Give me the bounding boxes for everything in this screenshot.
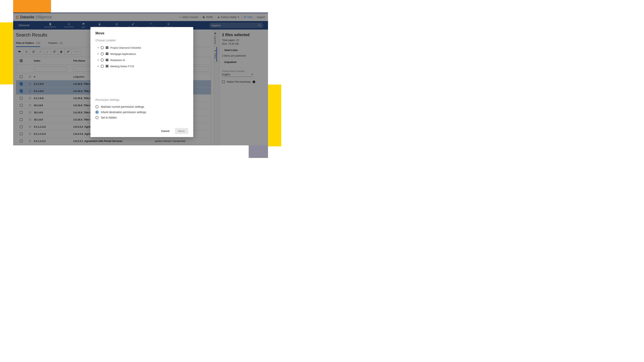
permission-option[interactable]: Inherit destination permission settings: [96, 109, 188, 115]
open-button[interactable]: [30, 49, 37, 55]
print-button[interactable]: [23, 49, 30, 55]
row-checkbox[interactable]: [20, 111, 22, 114]
star-icon[interactable]: [28, 118, 32, 121]
star-icon[interactable]: [28, 82, 32, 85]
permission-option[interactable]: Maintain current permission settings: [96, 104, 188, 109]
vertical-tabs: Columns Filters: [214, 29, 219, 145]
deco-yellow-right: [268, 84, 281, 146]
row-checkbox[interactable]: [20, 75, 22, 78]
move-button[interactable]: Move: [175, 128, 188, 134]
chevron-right-icon[interactable]: [98, 65, 99, 67]
cancel-button[interactable]: Cancel: [158, 128, 173, 134]
row-checkbox[interactable]: [20, 132, 22, 135]
folder-row[interactable]: Project Diamond Checklist: [96, 45, 188, 51]
filter-index-input[interactable]: [34, 66, 67, 71]
svg-marker-15: [28, 118, 31, 121]
folder-row[interactable]: Mortgage Applications: [96, 51, 188, 57]
folder-label: Project Diamond Checklist: [110, 46, 141, 49]
permission-radio[interactable]: [96, 105, 98, 108]
tab-files-folders[interactable]: Files & Folders (28): [16, 40, 40, 47]
admin-console-link[interactable]: Admin Console: [179, 16, 198, 18]
separator: |: [254, 16, 255, 18]
separator: |: [200, 16, 200, 18]
row-index: 3.1.1.1.3.4: [34, 132, 71, 135]
native-download-row[interactable]: Native File Download i: [222, 80, 265, 83]
star-icon[interactable]: [28, 125, 32, 128]
star-icon[interactable]: [28, 96, 32, 100]
star-icon[interactable]: [28, 111, 32, 114]
star-icon[interactable]: [28, 132, 32, 135]
unpublish-button[interactable]: Unpublish: [224, 61, 237, 63]
recycle-icon: [39, 50, 42, 53]
chat-icon: [244, 16, 246, 18]
support-link[interactable]: Support: [257, 16, 265, 18]
folder-row[interactable]: Redaction AI: [96, 57, 188, 63]
nav-trackers[interactable]: TRACKERS: [64, 22, 74, 28]
tab-trackers[interactable]: Trackers (6): [48, 40, 62, 47]
header-index[interactable]: Index: [34, 59, 71, 62]
star-icon[interactable]: [28, 89, 32, 92]
row-index: 3.1.1.1.3.2: [34, 125, 71, 128]
row-checkbox[interactable]: [20, 97, 22, 100]
home-link[interactable]: HOME: [202, 16, 213, 18]
svg-marker-10: [28, 82, 31, 85]
recycle-button[interactable]: [37, 49, 44, 55]
star-icon[interactable]: [28, 75, 32, 78]
nav-qa[interactable]: Q&A: [82, 22, 86, 28]
copy-button[interactable]: [58, 49, 65, 55]
folder-radio[interactable]: [101, 58, 104, 62]
folder-radio[interactable]: [101, 65, 104, 68]
folder-radio[interactable]: [101, 46, 104, 49]
row-index: 3.1.1.6.4: [34, 90, 71, 92]
highlight-button[interactable]: [65, 49, 72, 55]
users-icon: [115, 22, 118, 26]
download-button[interactable]: [16, 49, 23, 55]
language-select[interactable]: English: [222, 72, 253, 77]
select-all-checkbox[interactable]: [20, 59, 22, 62]
user-menu[interactable]: Kathryn Hadley: [217, 16, 239, 18]
vtab-columns[interactable]: Columns: [214, 29, 216, 47]
chevron-right-icon[interactable]: [98, 47, 99, 48]
row-checkbox[interactable]: [20, 82, 22, 85]
export-button[interactable]: [51, 49, 58, 55]
row-checkbox[interactable]: [20, 90, 22, 92]
info-icon[interactable]: i: [252, 80, 255, 83]
nav-documents[interactable]: DOCUMENTS: [44, 22, 56, 28]
star-icon[interactable]: [28, 104, 32, 107]
chevron-right-icon[interactable]: [98, 53, 99, 55]
permission-radio[interactable]: [96, 116, 98, 119]
document-icon: [49, 22, 52, 26]
native-download-checkbox[interactable]: [222, 80, 225, 83]
row-checkbox[interactable]: [20, 125, 22, 128]
external-link-icon: [32, 50, 35, 53]
folder-row[interactable]: Meeting Notes FY23: [96, 63, 188, 69]
nav-label: Q&A: [82, 26, 86, 28]
tab-count: (6): [60, 41, 62, 44]
row-checkbox[interactable]: [20, 118, 22, 121]
row-index: 10.1.6.6: [34, 104, 71, 107]
permission-option[interactable]: Set to hidden: [96, 115, 188, 120]
search-input[interactable]: [212, 24, 258, 27]
undo-button[interactable]: [72, 49, 81, 55]
search-icon[interactable]: [258, 24, 261, 27]
search-box[interactable]: [209, 22, 263, 28]
star-icon[interactable]: [28, 139, 32, 142]
row-checkbox[interactable]: [20, 104, 22, 107]
deco-yellow-left: [0, 22, 13, 84]
table-row[interactable]: 3.1.1.1.3.31.6.3.3.3_Agreement with Post…: [16, 145, 211, 145]
export-icon: [53, 50, 56, 53]
row-checkbox[interactable]: [20, 140, 22, 142]
folder-radio[interactable]: [101, 52, 104, 55]
permission-radio[interactable]: [96, 111, 98, 114]
send-links-button[interactable]: Send Links: [224, 49, 238, 51]
vtab-filters[interactable]: Filters: [214, 47, 217, 62]
chat-link[interactable]: Chat: [244, 16, 252, 18]
edit-icon: [46, 50, 49, 53]
edit-button[interactable]: [44, 49, 51, 55]
chevron-right-icon[interactable]: [98, 59, 99, 61]
svg-line-8: [260, 26, 261, 26]
project-name[interactable]: Diamond: [13, 24, 35, 27]
lang-label: Change Search Language: [222, 70, 265, 72]
folder-icon: [106, 47, 108, 49]
table-row[interactable]: 3.1.1.1.3.11.6.3.3.1_Agreement with Post…: [16, 137, 211, 145]
